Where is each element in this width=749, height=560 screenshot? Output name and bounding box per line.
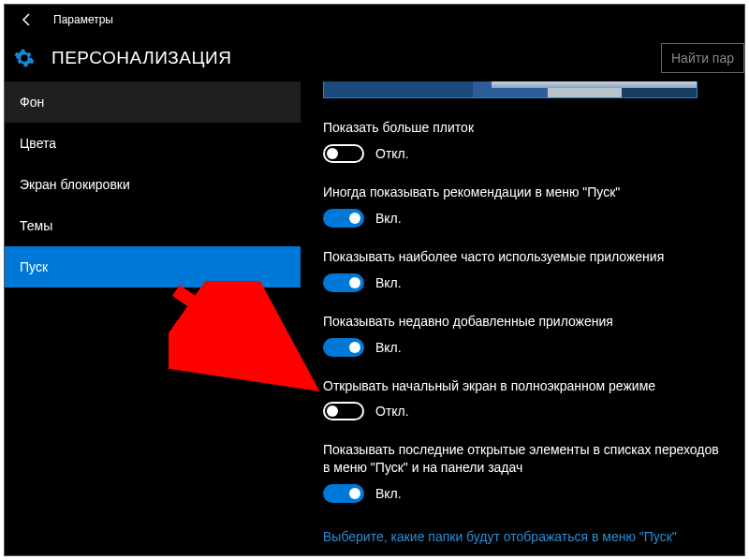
setting-fullscreen-start: Открывать начальный экран в полноэкранно… <box>323 377 726 421</box>
sidebar: Фон Цвета Экран блокировки Темы Пуск <box>5 81 301 555</box>
setting-label: Показывать последние открытые элементы в… <box>323 441 726 477</box>
choose-folders-link[interactable]: Выберите, какие папки будут отображаться… <box>323 529 726 544</box>
sidebar-item-background[interactable]: Фон <box>5 81 301 123</box>
setting-suggestions: Иногда показывать рекомендации в меню "П… <box>323 184 726 228</box>
arrow-left-icon <box>20 12 35 27</box>
setting-label: Показать больше плиток <box>323 119 726 137</box>
toggle-state-text: Вкл. <box>375 340 402 355</box>
sidebar-item-label: Цвета <box>20 136 56 151</box>
toggle-recently-added[interactable] <box>323 338 364 357</box>
sidebar-item-start[interactable]: Пуск <box>5 246 301 287</box>
sidebar-item-colors[interactable]: Цвета <box>5 123 301 164</box>
page-header: ПЕРСОНАЛИЗАЦИЯ Найти пар <box>5 35 744 81</box>
setting-label: Показывать наиболее часто используемые п… <box>323 248 726 266</box>
sidebar-item-label: Темы <box>20 218 52 233</box>
content-pane: Показать больше плиток Откл. Иногда пока… <box>301 81 744 555</box>
search-input[interactable]: Найти пар <box>661 43 744 73</box>
sidebar-item-lockscreen[interactable]: Экран блокировки <box>5 164 301 205</box>
toggle-state-text: Вкл. <box>375 275 402 290</box>
toggle-suggestions[interactable] <box>323 209 364 228</box>
toggle-more-tiles[interactable] <box>323 144 364 163</box>
toggle-fullscreen-start[interactable] <box>323 402 364 420</box>
toggle-state-text: Откл. <box>375 404 409 419</box>
sidebar-item-label: Экран блокировки <box>20 177 130 192</box>
sidebar-item-label: Фон <box>20 95 44 110</box>
sidebar-item-themes[interactable]: Темы <box>5 205 301 246</box>
page-heading: ПЕРСОНАЛИЗАЦИЯ <box>51 48 231 68</box>
sidebar-item-label: Пуск <box>20 259 48 274</box>
toggle-state-text: Вкл. <box>375 486 402 501</box>
window-title: Параметры <box>53 13 113 26</box>
setting-most-used: Показывать наиболее часто используемые п… <box>323 248 726 292</box>
toggle-jumplist[interactable] <box>323 484 364 503</box>
setting-recently-added: Показывать недавно добавленные приложени… <box>323 313 726 357</box>
toggle-state-text: Откл. <box>375 146 409 161</box>
toggle-state-text: Вкл. <box>375 211 402 226</box>
setting-jumplist: Показывать последние открытые элементы в… <box>323 441 726 503</box>
back-button[interactable] <box>14 7 40 33</box>
setting-label: Показывать недавно добавленные приложени… <box>323 313 726 331</box>
search-placeholder: Найти пар <box>671 51 734 66</box>
toggle-most-used[interactable] <box>323 273 364 292</box>
setting-label: Открывать начальный экран в полноэкранно… <box>323 377 726 395</box>
titlebar: Параметры <box>5 5 744 35</box>
setting-label: Иногда показывать рекомендации в меню "П… <box>323 184 726 201</box>
gear-icon <box>14 48 35 68</box>
start-preview-image <box>323 81 698 98</box>
setting-more-tiles: Показать больше плиток Откл. <box>323 119 726 163</box>
